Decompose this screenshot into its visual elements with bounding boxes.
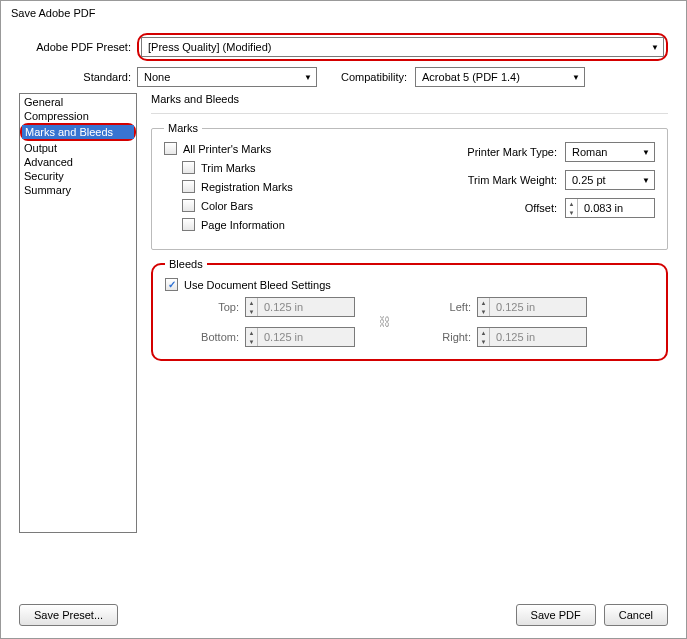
sidebar-item-general[interactable]: General bbox=[21, 95, 135, 109]
sidebar-item-output[interactable]: Output bbox=[21, 141, 135, 155]
bleed-right-label: Right: bbox=[415, 331, 477, 343]
bleed-left-label: Left: bbox=[415, 301, 477, 313]
bleed-top-spinner: ▲▼ 0.125 in bbox=[245, 297, 355, 317]
all-printers-marks-label: All Printer's Marks bbox=[183, 143, 271, 155]
window-title: Save Adobe PDF bbox=[1, 1, 686, 25]
spinner-down-icon[interactable]: ▼ bbox=[566, 208, 577, 217]
trim-marks-checkbox[interactable] bbox=[182, 161, 195, 174]
color-bars-label: Color Bars bbox=[201, 200, 253, 212]
printer-mark-type-value: Roman bbox=[572, 146, 607, 158]
link-icon: ⛓ bbox=[355, 315, 415, 329]
sidebar-item-security[interactable]: Security bbox=[21, 169, 135, 183]
bleed-right-spinner: ▲▼ 0.125 in bbox=[477, 327, 587, 347]
chevron-down-icon: ▼ bbox=[642, 176, 650, 185]
bleed-left-value: 0.125 in bbox=[490, 301, 541, 313]
trim-mark-weight-dropdown[interactable]: 0.25 pt ▼ bbox=[565, 170, 655, 190]
chevron-down-icon: ▼ bbox=[651, 43, 659, 52]
preset-label: Adobe PDF Preset: bbox=[19, 41, 137, 53]
printer-mark-type-label: Printer Mark Type: bbox=[467, 146, 565, 158]
preset-highlight: [Press Quality] (Modified) ▼ bbox=[137, 33, 668, 61]
cancel-button[interactable]: Cancel bbox=[604, 604, 668, 626]
spinner-up-icon[interactable]: ▲ bbox=[566, 199, 577, 208]
compatibility-label: Compatibility: bbox=[317, 71, 415, 83]
use-document-bleed-checkbox[interactable] bbox=[165, 278, 178, 291]
standard-label: Standard: bbox=[19, 71, 137, 83]
preset-dropdown[interactable]: [Press Quality] (Modified) ▼ bbox=[141, 37, 664, 57]
use-document-bleed-label: Use Document Bleed Settings bbox=[184, 279, 331, 291]
category-sidebar: General Compression Marks and Bleeds Out… bbox=[19, 93, 137, 533]
panel-title: Marks and Bleeds bbox=[151, 93, 668, 105]
sidebar-item-advanced[interactable]: Advanced bbox=[21, 155, 135, 169]
trim-marks-label: Trim Marks bbox=[201, 162, 256, 174]
trim-mark-weight-label: Trim Mark Weight: bbox=[468, 174, 565, 186]
chevron-down-icon: ▼ bbox=[304, 73, 312, 82]
divider bbox=[151, 113, 668, 114]
bleed-bottom-value: 0.125 in bbox=[258, 331, 309, 343]
standard-value: None bbox=[144, 71, 170, 83]
bleeds-group: Bleeds Use Document Bleed Settings Top: … bbox=[151, 258, 668, 361]
registration-marks-checkbox[interactable] bbox=[182, 180, 195, 193]
bleed-bottom-spinner: ▲▼ 0.125 in bbox=[245, 327, 355, 347]
registration-marks-label: Registration Marks bbox=[201, 181, 293, 193]
bleeds-legend: Bleeds bbox=[165, 258, 207, 270]
standard-dropdown[interactable]: None ▼ bbox=[137, 67, 317, 87]
chevron-down-icon: ▼ bbox=[572, 73, 580, 82]
save-adobe-pdf-dialog: Save Adobe PDF Adobe PDF Preset: [Press … bbox=[0, 0, 687, 639]
sidebar-item-marks-and-bleeds[interactable]: Marks and Bleeds bbox=[22, 125, 134, 139]
bleed-top-label: Top: bbox=[183, 301, 245, 313]
compatibility-dropdown[interactable]: Acrobat 5 (PDF 1.4) ▼ bbox=[415, 67, 585, 87]
all-printers-marks-checkbox[interactable] bbox=[164, 142, 177, 155]
offset-value: 0.083 in bbox=[578, 202, 629, 214]
compatibility-value: Acrobat 5 (PDF 1.4) bbox=[422, 71, 520, 83]
trim-mark-weight-value: 0.25 pt bbox=[572, 174, 606, 186]
bleed-left-spinner: ▲▼ 0.125 in bbox=[477, 297, 587, 317]
preset-value: [Press Quality] (Modified) bbox=[148, 41, 271, 53]
bleed-right-value: 0.125 in bbox=[490, 331, 541, 343]
offset-label: Offset: bbox=[525, 202, 565, 214]
chevron-down-icon: ▼ bbox=[642, 148, 650, 157]
page-information-label: Page Information bbox=[201, 219, 285, 231]
bleed-top-value: 0.125 in bbox=[258, 301, 309, 313]
page-information-checkbox[interactable] bbox=[182, 218, 195, 231]
color-bars-checkbox[interactable] bbox=[182, 199, 195, 212]
printer-mark-type-dropdown[interactable]: Roman ▼ bbox=[565, 142, 655, 162]
sidebar-item-compression[interactable]: Compression bbox=[21, 109, 135, 123]
offset-spinner[interactable]: ▲ ▼ 0.083 in bbox=[565, 198, 655, 218]
save-pdf-button[interactable]: Save PDF bbox=[516, 604, 596, 626]
marks-legend: Marks bbox=[164, 122, 202, 134]
save-preset-button[interactable]: Save Preset... bbox=[19, 604, 118, 626]
marks-group: Marks All Printer's Marks Trim Marks bbox=[151, 122, 668, 250]
sidebar-selected-highlight: Marks and Bleeds bbox=[20, 123, 136, 141]
bleed-bottom-label: Bottom: bbox=[183, 331, 245, 343]
sidebar-item-summary[interactable]: Summary bbox=[21, 183, 135, 197]
